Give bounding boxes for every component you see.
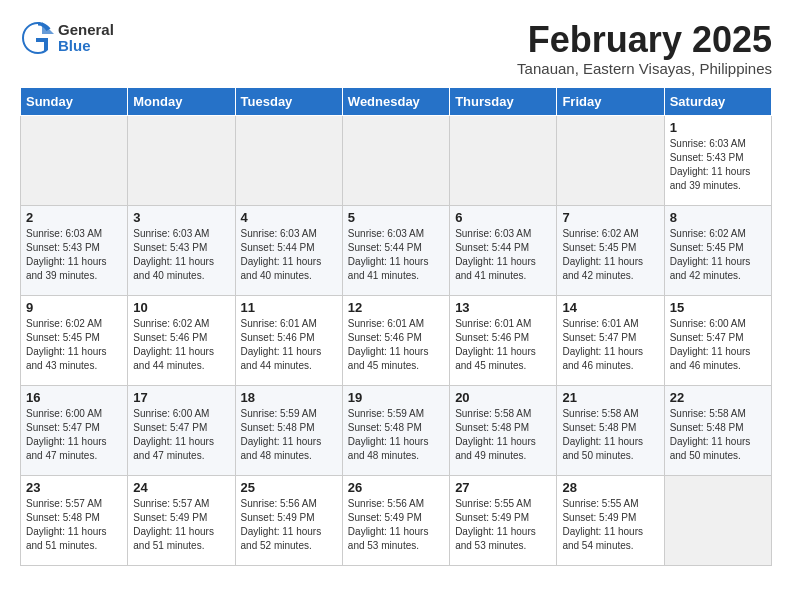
calendar-cell: 23Sunrise: 5:57 AM Sunset: 5:48 PM Dayli… [21,475,128,565]
day-info: Sunrise: 5:57 AM Sunset: 5:49 PM Dayligh… [133,497,229,553]
day-number: 3 [133,210,229,225]
day-of-week-header: Saturday [664,87,771,115]
day-info: Sunrise: 6:03 AM Sunset: 5:44 PM Dayligh… [241,227,337,283]
day-info: Sunrise: 6:03 AM Sunset: 5:43 PM Dayligh… [670,137,766,193]
day-info: Sunrise: 5:56 AM Sunset: 5:49 PM Dayligh… [348,497,444,553]
calendar-cell [557,115,664,205]
calendar-cell [664,475,771,565]
day-of-week-header: Tuesday [235,87,342,115]
calendar-cell: 22Sunrise: 5:58 AM Sunset: 5:48 PM Dayli… [664,385,771,475]
day-number: 24 [133,480,229,495]
calendar-cell: 14Sunrise: 6:01 AM Sunset: 5:47 PM Dayli… [557,295,664,385]
day-info: Sunrise: 5:55 AM Sunset: 5:49 PM Dayligh… [455,497,551,553]
day-info: Sunrise: 5:55 AM Sunset: 5:49 PM Dayligh… [562,497,658,553]
day-of-week-header: Wednesday [342,87,449,115]
header: General Blue February 2025 Tanauan, East… [20,20,772,77]
calendar-cell: 24Sunrise: 5:57 AM Sunset: 5:49 PM Dayli… [128,475,235,565]
day-of-week-header: Sunday [21,87,128,115]
day-info: Sunrise: 5:58 AM Sunset: 5:48 PM Dayligh… [670,407,766,463]
day-number: 4 [241,210,337,225]
calendar-week-row: 9Sunrise: 6:02 AM Sunset: 5:45 PM Daylig… [21,295,772,385]
title-block: February 2025 Tanauan, Eastern Visayas, … [517,20,772,77]
logo: General Blue [20,20,114,56]
logo-general: General [58,22,114,39]
calendar-cell: 3Sunrise: 6:03 AM Sunset: 5:43 PM Daylig… [128,205,235,295]
calendar-cell [128,115,235,205]
calendar-cell: 13Sunrise: 6:01 AM Sunset: 5:46 PM Dayli… [450,295,557,385]
calendar-cell: 15Sunrise: 6:00 AM Sunset: 5:47 PM Dayli… [664,295,771,385]
calendar-cell: 11Sunrise: 6:01 AM Sunset: 5:46 PM Dayli… [235,295,342,385]
calendar-week-row: 23Sunrise: 5:57 AM Sunset: 5:48 PM Dayli… [21,475,772,565]
day-number: 18 [241,390,337,405]
calendar-title: February 2025 [517,20,772,60]
day-of-week-header: Friday [557,87,664,115]
calendar-cell [235,115,342,205]
calendar-cell [21,115,128,205]
day-number: 21 [562,390,658,405]
calendar-subtitle: Tanauan, Eastern Visayas, Philippines [517,60,772,77]
calendar-cell: 17Sunrise: 6:00 AM Sunset: 5:47 PM Dayli… [128,385,235,475]
day-number: 19 [348,390,444,405]
day-info: Sunrise: 5:58 AM Sunset: 5:48 PM Dayligh… [455,407,551,463]
day-info: Sunrise: 6:02 AM Sunset: 5:45 PM Dayligh… [26,317,122,373]
calendar-cell: 16Sunrise: 6:00 AM Sunset: 5:47 PM Dayli… [21,385,128,475]
day-number: 25 [241,480,337,495]
day-number: 7 [562,210,658,225]
calendar-header-row: SundayMondayTuesdayWednesdayThursdayFrid… [21,87,772,115]
logo-icon [20,20,56,56]
day-number: 28 [562,480,658,495]
calendar-cell: 1Sunrise: 6:03 AM Sunset: 5:43 PM Daylig… [664,115,771,205]
day-info: Sunrise: 5:59 AM Sunset: 5:48 PM Dayligh… [241,407,337,463]
day-number: 22 [670,390,766,405]
day-number: 23 [26,480,122,495]
calendar-cell: 9Sunrise: 6:02 AM Sunset: 5:45 PM Daylig… [21,295,128,385]
calendar-table: SundayMondayTuesdayWednesdayThursdayFrid… [20,87,772,566]
day-info: Sunrise: 5:56 AM Sunset: 5:49 PM Dayligh… [241,497,337,553]
day-info: Sunrise: 6:00 AM Sunset: 5:47 PM Dayligh… [133,407,229,463]
day-number: 1 [670,120,766,135]
day-number: 8 [670,210,766,225]
day-info: Sunrise: 6:03 AM Sunset: 5:44 PM Dayligh… [348,227,444,283]
calendar-cell: 25Sunrise: 5:56 AM Sunset: 5:49 PM Dayli… [235,475,342,565]
day-info: Sunrise: 5:58 AM Sunset: 5:48 PM Dayligh… [562,407,658,463]
day-info: Sunrise: 6:01 AM Sunset: 5:46 PM Dayligh… [241,317,337,373]
day-number: 16 [26,390,122,405]
calendar-week-row: 2Sunrise: 6:03 AM Sunset: 5:43 PM Daylig… [21,205,772,295]
day-number: 11 [241,300,337,315]
day-number: 20 [455,390,551,405]
calendar-cell: 8Sunrise: 6:02 AM Sunset: 5:45 PM Daylig… [664,205,771,295]
day-number: 13 [455,300,551,315]
day-number: 26 [348,480,444,495]
calendar-cell: 28Sunrise: 5:55 AM Sunset: 5:49 PM Dayli… [557,475,664,565]
calendar-cell: 26Sunrise: 5:56 AM Sunset: 5:49 PM Dayli… [342,475,449,565]
calendar-cell: 4Sunrise: 6:03 AM Sunset: 5:44 PM Daylig… [235,205,342,295]
day-info: Sunrise: 6:00 AM Sunset: 5:47 PM Dayligh… [26,407,122,463]
day-info: Sunrise: 6:03 AM Sunset: 5:44 PM Dayligh… [455,227,551,283]
calendar-cell: 5Sunrise: 6:03 AM Sunset: 5:44 PM Daylig… [342,205,449,295]
calendar-cell [450,115,557,205]
day-number: 2 [26,210,122,225]
day-number: 5 [348,210,444,225]
day-info: Sunrise: 6:00 AM Sunset: 5:47 PM Dayligh… [670,317,766,373]
calendar-cell: 21Sunrise: 5:58 AM Sunset: 5:48 PM Dayli… [557,385,664,475]
day-info: Sunrise: 5:59 AM Sunset: 5:48 PM Dayligh… [348,407,444,463]
day-info: Sunrise: 6:03 AM Sunset: 5:43 PM Dayligh… [26,227,122,283]
day-info: Sunrise: 6:01 AM Sunset: 5:46 PM Dayligh… [455,317,551,373]
calendar-cell: 19Sunrise: 5:59 AM Sunset: 5:48 PM Dayli… [342,385,449,475]
day-number: 27 [455,480,551,495]
day-number: 14 [562,300,658,315]
calendar-cell: 7Sunrise: 6:02 AM Sunset: 5:45 PM Daylig… [557,205,664,295]
day-number: 12 [348,300,444,315]
calendar-cell: 18Sunrise: 5:59 AM Sunset: 5:48 PM Dayli… [235,385,342,475]
calendar-cell: 12Sunrise: 6:01 AM Sunset: 5:46 PM Dayli… [342,295,449,385]
day-number: 10 [133,300,229,315]
day-of-week-header: Thursday [450,87,557,115]
day-info: Sunrise: 6:01 AM Sunset: 5:46 PM Dayligh… [348,317,444,373]
day-number: 9 [26,300,122,315]
calendar-body: 1Sunrise: 6:03 AM Sunset: 5:43 PM Daylig… [21,115,772,565]
day-info: Sunrise: 6:02 AM Sunset: 5:45 PM Dayligh… [670,227,766,283]
day-info: Sunrise: 6:03 AM Sunset: 5:43 PM Dayligh… [133,227,229,283]
day-of-week-header: Monday [128,87,235,115]
day-number: 6 [455,210,551,225]
day-info: Sunrise: 6:01 AM Sunset: 5:47 PM Dayligh… [562,317,658,373]
